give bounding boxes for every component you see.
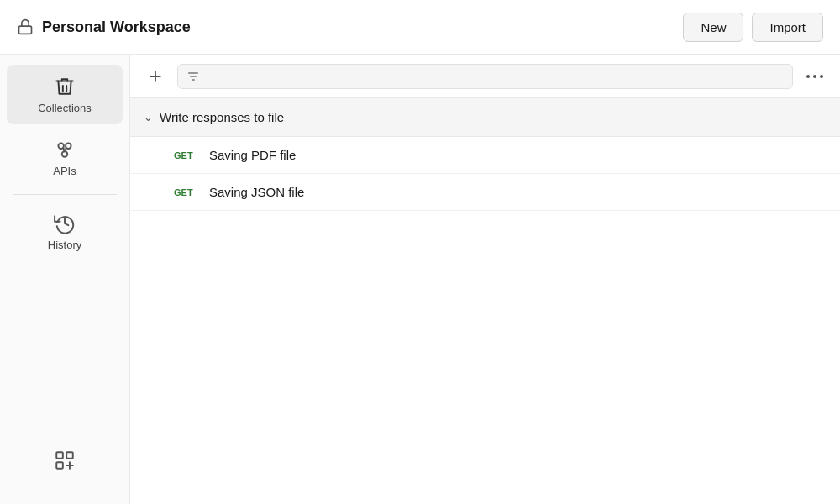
add-grid-icon xyxy=(53,449,76,472)
request-name: Saving JSON file xyxy=(209,185,304,199)
list-item[interactable]: GET Saving PDF file xyxy=(130,137,840,174)
search-bar xyxy=(177,64,793,89)
collections-icon xyxy=(53,75,76,98)
new-button[interactable]: New xyxy=(683,13,743,42)
http-method-badge: GET xyxy=(174,150,201,160)
main-layout: Collections APIs xyxy=(0,55,840,504)
svg-line-4 xyxy=(63,148,64,151)
collection-name: Write responses to file xyxy=(160,110,284,124)
svg-point-17 xyxy=(813,75,816,78)
svg-point-16 xyxy=(806,75,810,78)
header-buttons: New Import xyxy=(683,13,823,42)
sidebar-bottom xyxy=(0,437,129,504)
sidebar-item-history[interactable]: History xyxy=(7,202,123,261)
filter-icon xyxy=(186,70,200,83)
add-request-button[interactable] xyxy=(142,65,169,88)
workspace-title: Personal Workspace xyxy=(42,18,191,36)
history-icon xyxy=(53,212,76,235)
sidebar-item-collections[interactable]: Collections xyxy=(7,65,123,124)
svg-rect-6 xyxy=(56,452,63,459)
sidebar-item-apis[interactable]: APIs xyxy=(7,128,123,187)
sidebar-divider xyxy=(13,194,116,195)
history-label: History xyxy=(48,239,81,251)
collection-list: ⌄ Write responses to file GET Saving PDF… xyxy=(130,98,840,504)
import-button[interactable]: Import xyxy=(752,13,823,42)
svg-rect-7 xyxy=(66,452,73,459)
app-header: Personal Workspace New Import xyxy=(0,0,840,55)
search-input[interactable] xyxy=(207,70,784,83)
apis-label: APIs xyxy=(53,165,76,177)
request-name: Saving PDF file xyxy=(209,148,296,162)
list-item[interactable]: GET Saving JSON file xyxy=(130,174,840,211)
svg-point-3 xyxy=(62,151,68,157)
sidebar-item-add[interactable] xyxy=(7,438,123,486)
chevron-down-icon: ⌄ xyxy=(144,111,153,123)
svg-line-5 xyxy=(66,148,66,151)
svg-rect-0 xyxy=(19,26,32,34)
header-left: Personal Workspace xyxy=(17,18,191,36)
collection-items: GET Saving PDF file GET Saving JSON file xyxy=(130,137,840,211)
svg-point-18 xyxy=(820,75,823,78)
collection-header[interactable]: ⌄ Write responses to file xyxy=(130,98,840,137)
content-area: ⌄ Write responses to file GET Saving PDF… xyxy=(130,55,840,504)
apis-icon xyxy=(53,138,76,161)
lock-icon xyxy=(17,18,34,35)
more-options-button[interactable] xyxy=(801,71,828,82)
toolbar xyxy=(130,55,840,98)
sidebar: Collections APIs xyxy=(0,55,130,504)
svg-rect-8 xyxy=(56,462,63,469)
collections-label: Collections xyxy=(38,102,92,114)
http-method-badge: GET xyxy=(174,187,201,197)
